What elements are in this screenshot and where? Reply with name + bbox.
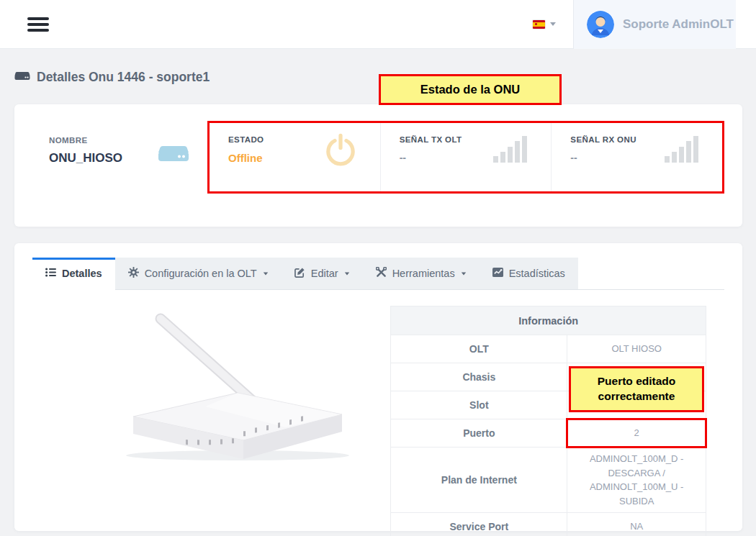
spain-flag-icon	[533, 20, 545, 29]
chevron-down-icon	[461, 272, 465, 275]
hamburger-menu-icon[interactable]	[27, 14, 49, 35]
device-icon	[14, 69, 30, 85]
tab-label: Herramientas	[392, 268, 455, 279]
user-name: Soporte AdminOLT	[623, 17, 734, 32]
chevron-down-icon	[550, 22, 556, 26]
tab-editar[interactable]: Editar	[282, 258, 363, 289]
row-label-plan: Plan de Internet	[391, 448, 567, 513]
tab-herramientas[interactable]: Herramientas	[363, 258, 480, 289]
informacion-table: Información OLT OLT HIOSO Chasis Slot Pu…	[390, 306, 706, 536]
row-value-plan: ADMINOLT_100M_D - DESCARGA / ADMINOLT_10…	[567, 448, 706, 513]
senal-tx-label: SEÑAL TX OLT	[400, 135, 552, 144]
annotation-puerto-editado: Puerto editado correctamente	[569, 366, 704, 412]
name-value: ONU_HIOSO	[49, 151, 122, 165]
signal-bars-icon	[665, 133, 699, 169]
tab-label: Editar	[311, 268, 338, 279]
row-label-olt: OLT	[391, 335, 567, 363]
estado-label: ESTADO	[228, 135, 380, 144]
annotation-estado-onu: Estado de la ONU	[379, 74, 562, 105]
tab-estadisticas[interactable]: Estadísticas	[480, 258, 578, 289]
onu-status-card: NOMBRE ONU_HIOSO ESTADO Offline SEÑAL TX…	[14, 104, 742, 227]
list-icon	[45, 268, 56, 279]
row-value-puerto: 2	[567, 419, 706, 448]
tab-label: Estadísticas	[509, 268, 565, 279]
chevron-down-icon	[344, 272, 348, 275]
annotation-text-line1: Puerto editado	[598, 374, 676, 389]
status-section-rx: SEÑAL RX ONU --	[551, 123, 722, 191]
chevron-down-icon	[264, 272, 268, 275]
avatar	[587, 11, 614, 38]
language-dropdown[interactable]	[516, 0, 573, 49]
table-row: Puerto 2	[391, 419, 706, 448]
chart-icon	[492, 267, 503, 280]
senal-rx-label: SEÑAL RX ONU	[570, 135, 722, 144]
status-section-estado: ESTADO Offline	[210, 123, 380, 191]
tab-configuracion-olt[interactable]: Configuración en la OLT	[115, 258, 282, 289]
annotation-text: Estado de la ONU	[420, 83, 520, 96]
estado-value: Offline	[228, 152, 380, 164]
row-label-service-port: Service Port	[391, 513, 567, 536]
onu-product-image	[32, 306, 390, 536]
annotation-text-line2: correctamente	[598, 389, 675, 404]
detalles-tab-content: Información OLT OLT HIOSO Chasis Slot Pu…	[32, 306, 724, 536]
gear-icon	[128, 267, 139, 280]
tab-bar: Detalles	[32, 258, 724, 290]
tools-icon	[376, 267, 387, 280]
navbar-right: Soporte AdminOLT	[516, 0, 756, 49]
table-row: Service Port NA	[391, 513, 706, 536]
row-value-olt: OLT HIOSO	[567, 335, 706, 363]
signal-bars-icon	[493, 133, 528, 169]
puerto-value: 2	[634, 427, 639, 438]
table-row: Plan de Internet ADMINOLT_100M_D - DESCA…	[391, 448, 706, 513]
tab-label: Configuración en la OLT	[145, 268, 257, 279]
table-title: Información	[391, 306, 706, 335]
row-label-slot: Slot	[391, 391, 567, 419]
tab-label: Detalles	[62, 268, 102, 279]
table-row: OLT OLT HIOSO	[391, 335, 706, 363]
tab-detalles[interactable]: Detalles	[32, 258, 115, 290]
page-title: Detalles Onu 1446 - soporte1	[37, 70, 210, 85]
name-block: NOMBRE ONU_HIOSO	[49, 136, 122, 165]
page: { "header": { "user_name": "Soporte Admi…	[0, 0, 756, 536]
senal-tx-value: --	[400, 152, 552, 163]
edit-icon	[294, 267, 305, 280]
row-label-puerto: Puerto	[391, 419, 567, 448]
status-section-tx: SEÑAL TX OLT --	[380, 123, 552, 191]
user-menu[interactable]: Soporte AdminOLT	[573, 0, 736, 49]
table-header-row: Información	[391, 306, 706, 335]
top-navbar: Soporte AdminOLT	[0, 0, 756, 49]
name-label: NOMBRE	[49, 136, 122, 145]
row-label-chasis: Chasis	[391, 363, 567, 391]
status-highlight-box: ESTADO Offline SEÑAL TX OLT --	[207, 121, 724, 194]
row-value-service-port: NA	[567, 513, 706, 536]
power-icon	[324, 133, 357, 171]
senal-rx-value: --	[570, 152, 722, 163]
onu-device-icon	[157, 140, 190, 169]
